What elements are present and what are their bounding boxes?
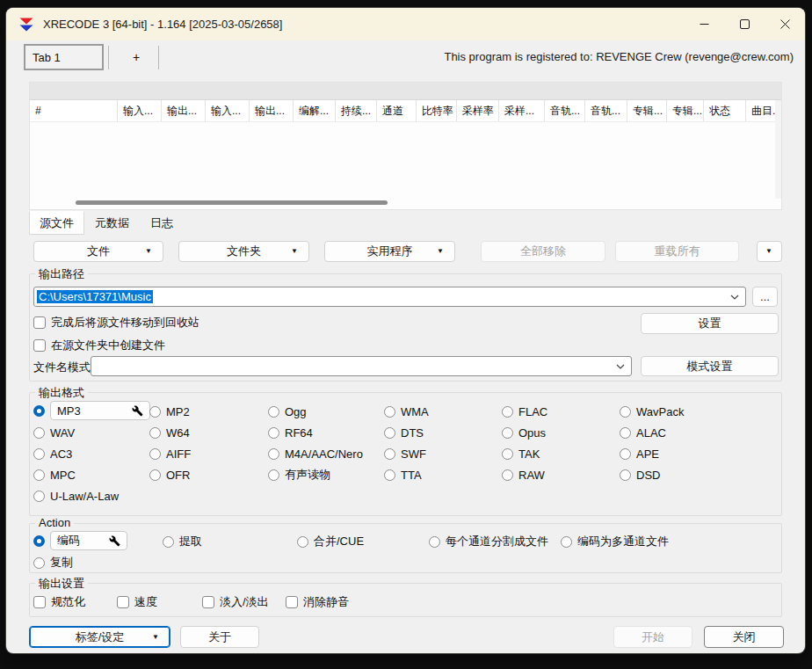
- output-settings-group: 输出设置 规范化 速度 淡入/淡出 消除静音: [29, 583, 782, 617]
- utilities-dropdown-button[interactable]: 实用程序 ▼: [324, 241, 455, 262]
- column-header[interactable]: 专辑...: [667, 100, 704, 121]
- format-option-w64[interactable]: W64: [149, 423, 190, 442]
- format-option-wma[interactable]: WMA: [384, 402, 429, 421]
- format-option-flac[interactable]: FLAC: [502, 402, 547, 421]
- format-option-mp3[interactable]: MP3: [33, 401, 150, 420]
- format-option-label: MPC: [50, 469, 76, 482]
- column-header[interactable]: 采样率: [457, 100, 499, 121]
- create-in-source-label: 在源文件夹中创建文件: [51, 338, 165, 353]
- format-option-rf64[interactable]: RF64: [268, 423, 313, 442]
- column-header[interactable]: 输入...: [206, 100, 250, 121]
- minimize-button[interactable]: [684, 8, 724, 40]
- column-header[interactable]: 专辑...: [627, 100, 667, 121]
- action-option-encode[interactable]: 编码: [33, 531, 127, 550]
- reload-all-button[interactable]: 重载所有: [615, 241, 739, 262]
- format-option-ac3[interactable]: AC3: [33, 444, 72, 463]
- file-dropdown-button[interactable]: 文件 ▼: [33, 241, 163, 262]
- format-option-ape[interactable]: APE: [620, 444, 659, 463]
- format-option-aiff[interactable]: AIFF: [149, 444, 191, 463]
- format-option-wav[interactable]: WAV: [33, 423, 75, 442]
- format-option-ulaw-alaw[interactable]: U-Law/A-Law: [33, 486, 119, 505]
- format-option-raw[interactable]: RAW: [502, 465, 545, 484]
- format-option-tta[interactable]: TTA: [384, 465, 422, 484]
- move-to-recycle-checkbox[interactable]: 完成后将源文件移动到回收站: [33, 316, 199, 330]
- minimize-icon: [700, 19, 709, 29]
- radio-icon: [502, 427, 513, 439]
- format-option-opus[interactable]: Opus: [502, 423, 546, 442]
- vertical-scrollbar-track: [775, 100, 781, 199]
- radio-icon: [33, 491, 45, 502]
- format-option-dsd[interactable]: DSD: [620, 465, 660, 484]
- format-option-wavpack[interactable]: WavPack: [620, 402, 684, 421]
- speed-checkbox[interactable]: 速度: [117, 595, 157, 609]
- column-header[interactable]: #: [30, 100, 118, 121]
- column-header[interactable]: 比特率: [417, 100, 457, 121]
- format-option-audiobook[interactable]: 有声读物: [268, 465, 330, 484]
- column-header[interactable]: 输出...: [250, 100, 294, 121]
- horizontal-scrollbar-thumb[interactable]: [76, 200, 388, 205]
- action-option-extract[interactable]: 提取: [163, 532, 202, 551]
- close-window-button[interactable]: 关闭: [704, 626, 784, 648]
- action-option-label: 编码为多通道文件: [577, 534, 669, 549]
- format-option-ofr[interactable]: OFR: [149, 465, 190, 484]
- column-header[interactable]: 持续...: [336, 100, 377, 121]
- radio-icon: [620, 448, 631, 460]
- output-path-combobox[interactable]: C:\Users\17371\Music: [33, 287, 746, 307]
- radio-icon: [620, 406, 631, 418]
- fade-checkbox[interactable]: 淡入/淡出: [202, 595, 269, 609]
- format-option-dts[interactable]: DTS: [384, 423, 424, 442]
- start-button[interactable]: 开始: [613, 626, 692, 648]
- format-option-mpc[interactable]: MPC: [33, 465, 76, 484]
- format-option-swf[interactable]: SWF: [384, 444, 426, 463]
- format-option-label: TTA: [401, 469, 422, 482]
- close-button[interactable]: [765, 8, 805, 40]
- column-header[interactable]: 采样...: [499, 100, 545, 121]
- format-option-label: ALAC: [636, 426, 666, 440]
- normalize-checkbox[interactable]: 规范化: [33, 595, 85, 609]
- format-option-tak[interactable]: TAK: [502, 444, 540, 463]
- action-option-copy[interactable]: 复制: [33, 553, 73, 572]
- column-header[interactable]: 输入...: [118, 100, 162, 121]
- output-path-value: C:\Users\17371\Music: [37, 290, 153, 303]
- remove-all-button[interactable]: 全部移除: [481, 241, 605, 262]
- remove-silence-checkbox[interactable]: 消除静音: [286, 595, 349, 609]
- column-header[interactable]: 状态: [704, 100, 746, 121]
- browse-path-button[interactable]: ...: [752, 287, 778, 307]
- format-option-label: M4A/AAC/Nero: [285, 447, 363, 461]
- tags-settings-dropdown-button[interactable]: 标签/设定 ▼: [29, 626, 170, 648]
- action-option-split-channels[interactable]: 每个通道分割成文件: [429, 532, 548, 551]
- encode-settings-box[interactable]: 编码: [50, 531, 127, 550]
- format-option-ogg[interactable]: Ogg: [268, 402, 307, 421]
- filename-pattern-label: 文件名模式:: [33, 360, 94, 375]
- close-label: 关闭: [733, 629, 756, 645]
- toolbar-more-dropdown-button[interactable]: ▼: [757, 241, 782, 262]
- format-option-m4a[interactable]: M4A/AAC/Nero: [268, 444, 363, 463]
- action-option-merge-cue[interactable]: 合并/CUE: [297, 532, 364, 551]
- tab-1[interactable]: Tab 1: [24, 44, 104, 70]
- tab-metadata[interactable]: 元数据: [84, 211, 140, 235]
- format-option-alac[interactable]: ALAC: [620, 423, 666, 442]
- create-in-source-checkbox[interactable]: 在源文件夹中创建文件: [33, 338, 165, 353]
- format-option-mp2[interactable]: MP2: [149, 402, 190, 421]
- column-header[interactable]: 输出...: [162, 100, 206, 121]
- tab-source-files[interactable]: 源文件: [29, 211, 84, 235]
- remove-all-label: 全部移除: [520, 244, 566, 259]
- maximize-button[interactable]: [724, 8, 765, 40]
- about-button[interactable]: 关于: [180, 626, 259, 648]
- add-tab-button[interactable]: +: [115, 44, 157, 70]
- column-header[interactable]: 编解...: [294, 100, 336, 121]
- column-header[interactable]: 通道: [377, 100, 417, 121]
- folder-dropdown-button[interactable]: 文件夹 ▼: [178, 241, 309, 262]
- settings-button[interactable]: 设置: [641, 313, 779, 334]
- tab-log[interactable]: 日志: [140, 211, 184, 235]
- action-option-multichannel[interactable]: 编码为多通道文件: [561, 532, 669, 551]
- tab-separator: [158, 46, 159, 69]
- output-settings-group-label: 输出设置: [35, 576, 88, 592]
- column-header[interactable]: 音轨...: [585, 100, 627, 121]
- column-header[interactable]: 音轨...: [545, 100, 585, 121]
- format-option-label: MP3: [57, 404, 81, 418]
- checkbox-icon: [286, 596, 298, 608]
- pattern-settings-button[interactable]: 模式设置: [641, 356, 779, 376]
- filename-pattern-combobox[interactable]: [91, 356, 632, 376]
- mp3-settings-box[interactable]: MP3: [50, 401, 150, 420]
